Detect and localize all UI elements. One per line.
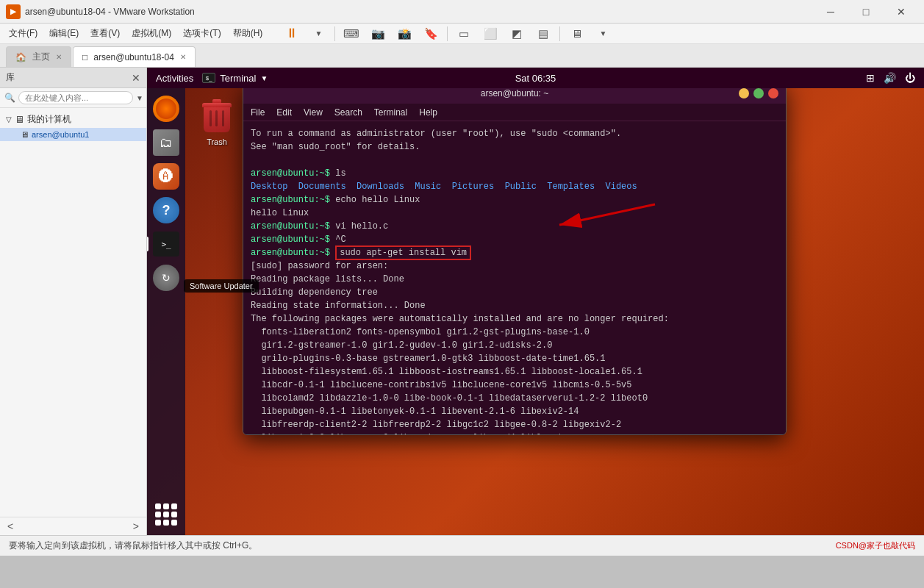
trash-icon-img <box>199 100 234 135</box>
vm-area[interactable]: Activities $_ Terminal ▼ Sat 06:35 ⊞ 🔊 ⏻ <box>147 68 924 535</box>
terminal-menu-help[interactable]: Help <box>419 107 437 118</box>
menu-edit[interactable]: 编辑(E) <box>43 24 85 43</box>
terminal-menu-terminal[interactable]: Terminal <box>374 107 407 118</box>
tab-home[interactable]: 🏠 主页 ✕ <box>6 46 71 67</box>
terminal-menu-search[interactable]: Search <box>334 107 362 118</box>
network-icon[interactable]: ⊞ <box>866 72 875 84</box>
tab-vm-close[interactable]: ✕ <box>180 53 186 61</box>
terminal-menu-file[interactable]: File <box>251 107 265 118</box>
minimize-button[interactable]: ─ <box>814 0 848 24</box>
window-controls: ─ □ ✕ <box>814 0 918 24</box>
term-line-18: grilo-plugins-0.3-base gstreamer1.0-gtk3… <box>251 352 778 365</box>
vm-dropdown[interactable]: ▼ <box>591 22 615 46</box>
dock-item-filemanager[interactable]: 🗂 <box>151 128 181 157</box>
sidebar-bottom: < > <box>0 517 146 535</box>
sidebar-next-button[interactable]: > <box>129 519 143 534</box>
maximize-button[interactable]: □ <box>849 0 883 24</box>
desktop-icons-area: Trash <box>191 97 243 149</box>
term-line-16: fonts-liberation2 fonts-opensymbol gir1.… <box>251 326 778 339</box>
ubuntu-desktop[interactable]: Activities $_ Terminal ▼ Sat 06:35 ⊞ 🔊 ⏻ <box>147 68 924 535</box>
vm-button[interactable]: 🖥 <box>565 22 588 46</box>
term-line-7: hello Linux <box>251 207 778 220</box>
view2-button[interactable]: ⬜ <box>479 22 502 46</box>
menu-help[interactable]: 帮助(H) <box>227 24 269 43</box>
term-line-12: Reading package lists... Done <box>251 273 778 286</box>
menu-vm[interactable]: 虚拟机(M) <box>126 24 177 43</box>
menubar: 文件(F) 编辑(E) 查看(V) 虚拟机(M) 选项卡(T) 帮助(H) ⏸ … <box>0 24 924 44</box>
term-cmd-5: sudo apt-get install vim <box>335 245 471 260</box>
search-icon: 🔍 <box>4 93 15 103</box>
term-prompt-5: arsen@ubuntu:~$ <box>251 248 335 258</box>
sidebar-title: 库 <box>6 71 15 84</box>
menu-tabs[interactable]: 选项卡(T) <box>177 24 226 43</box>
terminal-close-button[interactable]: ✕ <box>768 88 778 98</box>
menu-file[interactable]: 文件(F) <box>3 24 43 43</box>
term-line-9: arsen@ubuntu:~$ ^C <box>251 233 778 246</box>
terminal-taskbar-label: Terminal <box>220 73 256 84</box>
power-icon[interactable]: ⏻ <box>905 72 915 84</box>
pause-dropdown[interactable]: ▼ <box>307 22 330 46</box>
terminal-minimize-button[interactable]: ─ <box>739 88 749 98</box>
trash-label: Trash <box>207 137 227 146</box>
term-line-23: libfreerdp-client2-2 libfreerdp2-2 libgc… <box>251 418 778 431</box>
tab-home-close[interactable]: ✕ <box>56 53 62 61</box>
statusbar-right: CSDN@家子也敲代码 <box>836 540 915 551</box>
trash-handle <box>212 99 221 103</box>
menu-view[interactable]: 查看(V) <box>85 24 126 43</box>
tree-item-root[interactable]: ▽ 🖥 我的计算机 <box>0 111 146 128</box>
term-line-24: libgom-1.0-0 libgpgmepp6 libgpod-common … <box>251 431 778 434</box>
snapshot2-button[interactable]: 🔖 <box>419 22 443 46</box>
view3-button[interactable]: ◩ <box>505 22 529 46</box>
term-cmd-1: ls <box>335 168 345 179</box>
view-button[interactable]: ▭ <box>452 22 476 46</box>
terminal-maximize-button[interactable]: + <box>753 88 764 98</box>
sidebar-prev-button[interactable]: < <box>3 519 18 534</box>
terminal-window-title: arsen@ubuntu: ~ <box>481 88 549 98</box>
terminal-taskbar-item[interactable]: $_ Terminal ▼ <box>202 73 268 84</box>
screenshot-button[interactable]: 📷 <box>366 22 390 46</box>
tab-vm[interactable]: □ arsen@ubuntu18-04 ✕ <box>73 46 196 67</box>
tree-item-vm[interactable]: 🖥 arsen@ubuntu1 <box>0 128 146 141</box>
term-prompt-3: arsen@ubuntu:~$ <box>251 221 335 232</box>
terminal-window-controls: ─ + ✕ <box>739 88 778 98</box>
terminal-dropdown-icon: ▼ <box>260 74 268 82</box>
dock-item-apps[interactable] <box>151 500 181 529</box>
search-arrow[interactable]: ▼ <box>136 94 143 102</box>
dock-item-help[interactable]: ? <box>151 196 181 225</box>
close-button[interactable]: ✕ <box>884 0 918 24</box>
terminal-menu-edit[interactable]: Edit <box>276 107 292 118</box>
expand-icon: ▽ <box>6 115 12 123</box>
dock-item-firefox[interactable] <box>151 94 181 123</box>
search-input[interactable] <box>18 91 133 104</box>
terminal-menu-view[interactable]: View <box>304 107 323 118</box>
term-line-5: Desktop Documents Downloads Music Pictur… <box>251 180 778 193</box>
snapshot-button[interactable]: 📸 <box>393 22 416 46</box>
terminal-window[interactable]: arsen@ubuntu: ~ ─ + ✕ File Edit View Sea… <box>243 82 787 435</box>
statusbar: 要将输入定向到该虚拟机，请将鼠标指针移入其中或按 Ctrl+G。 CSDN@家子… <box>0 535 924 556</box>
titlebar: ▶ arsen@ubuntu18-04 - VMware Workstation… <box>0 0 924 24</box>
ubuntu-dock: 🗂 🅐 ? >_ ↻ Software Updater <box>147 88 185 535</box>
term-line-10: arsen@ubuntu:~$ sudo apt-get install vim <box>251 246 778 259</box>
view4-button[interactable]: ▤ <box>531 22 555 46</box>
term-line-4: arsen@ubuntu:~$ ls <box>251 167 778 180</box>
sidebar-tree: ▽ 🖥 我的计算机 🖥 arsen@ubuntu1 <box>0 108 146 517</box>
dock-item-terminal[interactable]: >_ <box>151 229 181 259</box>
send-key-button[interactable]: ⌨ <box>340 22 363 46</box>
trash-desktop-icon[interactable]: Trash <box>191 97 243 149</box>
appstore-icon: 🅐 <box>153 163 179 190</box>
tabs-bar: 🏠 主页 ✕ □ arsen@ubuntu18-04 ✕ <box>0 44 924 68</box>
dock-item-updater[interactable]: ↻ Software Updater <box>151 263 181 293</box>
vm-icon: 🖥 <box>21 130 29 139</box>
term-line-19: libboost-filesystem1.65.1 libboost-iostr… <box>251 365 778 379</box>
terminal-dock-icon: >_ <box>153 232 179 257</box>
filemanager-icon: 🗂 <box>153 129 179 156</box>
pause-button[interactable]: ⏸ <box>280 22 304 46</box>
ubuntu-topbar: Activities $_ Terminal ▼ Sat 06:35 ⊞ 🔊 ⏻ <box>147 68 924 88</box>
terminal-content[interactable]: To run a command as administrator (user … <box>243 121 786 434</box>
dock-item-appstore[interactable]: 🅐 <box>151 162 181 191</box>
sidebar-close-button[interactable]: ✕ <box>132 72 140 84</box>
window-title: arsen@ubuntu18-04 - VMware Workstation <box>25 7 814 17</box>
activities-button[interactable]: Activities <box>156 73 193 84</box>
term-cmd-2: echo hello Linux <box>335 195 420 205</box>
audio-icon[interactable]: 🔊 <box>884 72 896 84</box>
